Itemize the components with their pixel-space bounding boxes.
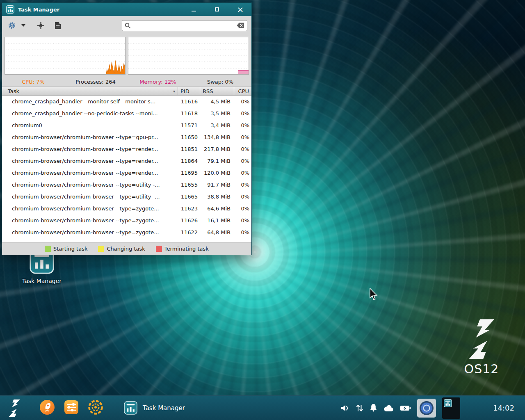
legend-item: Starting task [45, 246, 87, 252]
taskbar: Task Manager [0, 395, 525, 420]
table-row[interactable]: chrome_crashpad_handler --monitor-self -… [2, 96, 251, 107]
os-logo-icon [7, 399, 21, 417]
launcher-group [39, 399, 103, 417]
cell-cpu: 0% [234, 158, 251, 164]
bell-icon [370, 404, 377, 412]
stat-item: CPU: 7% [2, 79, 64, 85]
battery-button[interactable] [400, 404, 411, 412]
battery-charging-icon [400, 404, 411, 412]
cell-task: chromium-browser/chromium-browser --type… [2, 146, 178, 152]
pick-process-button[interactable] [35, 19, 46, 32]
launcher-rocket-button[interactable] [39, 399, 55, 417]
sort-indicator-icon: ▾ [173, 89, 175, 94]
column-header-cpu[interactable]: CPU [234, 87, 251, 95]
cell-cpu: 0% [234, 229, 251, 235]
legend-swatch [45, 246, 51, 252]
task-manager-mini-icon [444, 399, 452, 407]
cell-pid: 11851 [178, 146, 200, 152]
table-row[interactable]: chromium-browser/chromium-browser --type… [2, 179, 251, 191]
cell-pid: 11695 [178, 170, 200, 176]
cloud-sync-button[interactable] [383, 404, 394, 412]
cell-task: chromium-browser/chromium-browser --type… [2, 217, 178, 224]
table-row[interactable]: chromium-browser/chromium-browser --type… [2, 226, 251, 238]
table-row[interactable]: chromium-browser/chromium-browser --type… [2, 191, 251, 203]
system-tray [340, 397, 460, 419]
table-row[interactable]: chromium-browser/chromium-browser --type… [2, 167, 251, 179]
notifications-button[interactable] [370, 404, 377, 412]
cell-task: chromium-browser/chromium-browser --type… [2, 134, 178, 140]
desktop-icon-label: Task Manager [21, 278, 62, 284]
cell-pid: 11618 [178, 110, 200, 116]
close-icon: × [237, 5, 244, 14]
chevron-down-icon [21, 24, 25, 27]
minimize-icon [192, 11, 196, 11]
cell-rss: 38,8 MiB [200, 194, 234, 200]
chromium-icon [419, 401, 434, 415]
clear-search-icon[interactable] [237, 23, 244, 28]
search-input[interactable] [133, 23, 234, 29]
tray-chromium-button[interactable] [417, 399, 436, 418]
window-icon [6, 5, 14, 14]
table-row[interactable]: chromium-browser/chromium-browser --type… [2, 131, 251, 143]
cell-pid: 11626 [178, 217, 200, 224]
legend-bar: Starting task Changing task Terminating … [2, 242, 251, 255]
cell-rss: 134,8 MiB [200, 134, 234, 140]
graphs-panel [2, 35, 251, 77]
cell-pid: 11616 [178, 98, 200, 105]
cell-pid: 11864 [178, 158, 200, 164]
cell-task: chromium-browser/chromium-browser --type… [2, 158, 178, 164]
cell-cpu: 0% [234, 170, 251, 176]
cell-cpu: 0% [234, 194, 251, 200]
rocket-icon [39, 399, 55, 415]
tray-task-manager-mini-button[interactable] [442, 397, 460, 419]
network-traffic-button[interactable] [356, 404, 363, 412]
table-row[interactable]: chromium-browser/chromium-browser --type… [2, 203, 251, 215]
legend-label: Changing task [107, 246, 145, 252]
titlebar[interactable]: Task Manager × [2, 3, 251, 16]
table-row[interactable]: chrome_crashpad_handler --no-periodic-ta… [2, 107, 251, 119]
minimize-button[interactable] [187, 5, 201, 14]
cell-cpu: 0% [234, 205, 251, 212]
column-header-task[interactable]: Task ▾ [2, 87, 178, 95]
clock[interactable]: 14:02 [493, 404, 514, 412]
close-button[interactable]: × [233, 5, 247, 14]
stat-item: Memory: 12% [127, 79, 189, 85]
cloud-icon [383, 404, 394, 412]
cell-cpu: 0% [234, 134, 251, 140]
table-row[interactable]: chromium-browser/chromium-browser --type… [2, 143, 251, 155]
taskbar-os-logo-button[interactable] [7, 399, 21, 417]
maximize-icon [215, 7, 219, 11]
settings-dropdown-button[interactable] [18, 19, 29, 32]
cell-task: chrome_crashpad_handler --no-periodic-ta… [2, 110, 178, 116]
column-header-rss[interactable]: RSS [200, 87, 234, 95]
gear-icon [8, 21, 16, 30]
cell-pid: 11623 [178, 205, 200, 212]
memory-graph [128, 37, 249, 75]
cell-cpu: 0% [234, 110, 251, 116]
up-down-arrows-icon [356, 404, 363, 412]
maximize-button[interactable] [210, 5, 224, 14]
cell-cpu: 0% [234, 217, 251, 224]
cell-pid: 11665 [178, 194, 200, 200]
volume-icon [340, 404, 349, 412]
cell-cpu: 0% [234, 122, 251, 128]
cell-rss: 64,6 MiB [200, 205, 234, 212]
launcher-settings-button[interactable] [64, 399, 79, 417]
cell-rss: 4,5 MiB [200, 98, 234, 105]
settings-button[interactable] [6, 19, 18, 32]
desktop[interactable]: OS12 Task Manager Task Manager [0, 0, 525, 420]
process-list-button[interactable] [52, 19, 64, 32]
table-row[interactable]: chromium-browser/chromium-browser --type… [2, 155, 251, 167]
search-box [122, 20, 247, 31]
cell-task: chromium-browser/chromium-browser --type… [2, 229, 178, 235]
column-header-pid[interactable]: PID [178, 87, 200, 95]
launcher-appwheel-button[interactable] [88, 399, 103, 417]
stats-row: CPU: 7%Processes: 264Memory: 12%Swap: 0% [2, 77, 251, 87]
volume-button[interactable] [340, 404, 349, 412]
table-row[interactable]: chromium0 11571 3,4 MiB 0% [2, 119, 251, 131]
table-row[interactable]: chromium-browser/chromium-browser --type… [2, 215, 251, 226]
legend-label: Starting task [53, 246, 87, 252]
taskbar-window-button-task-manager[interactable]: Task Manager [120, 399, 189, 416]
cell-rss: 217,8 MiB [200, 146, 234, 152]
cell-cpu: 0% [234, 146, 251, 152]
